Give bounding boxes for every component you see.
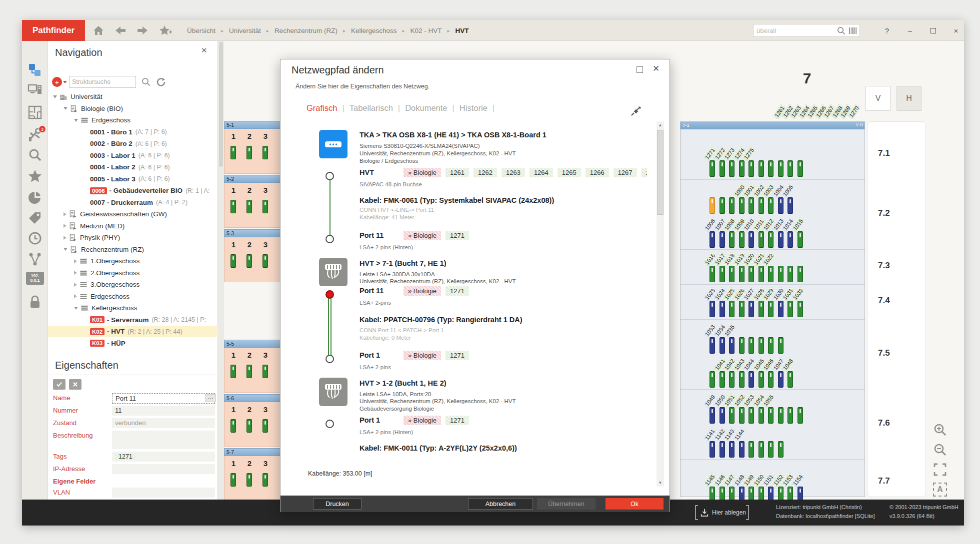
rack-port-connector[interactable] <box>230 146 236 159</box>
tree-item[interactable]: 0003 - Labor 1(A: 6 | P: 6) <box>48 150 218 161</box>
port[interactable]: 1041 <box>718 356 728 389</box>
rail-item-tags[interactable] <box>28 210 42 225</box>
rack-port-connector[interactable] <box>230 473 236 487</box>
rail-item-history[interactable] <box>28 231 42 246</box>
rack-port-connector[interactable] <box>262 254 268 268</box>
tree-item[interactable]: K01- Serverraum(R: 28 | A: 2145 | P: <box>48 314 218 326</box>
port[interactable] <box>708 356 718 389</box>
port[interactable]: 1004 <box>776 182 786 215</box>
refresh-icon[interactable] <box>156 77 166 87</box>
port[interactable]: 1030 <box>776 285 786 318</box>
view-horizontal-button[interactable]: H <box>896 86 922 111</box>
port[interactable]: 1031 <box>786 285 796 318</box>
text-tool-icon[interactable]: A <box>933 483 947 497</box>
property-value[interactable]: 1271 <box>112 452 215 462</box>
expander-closed-icon[interactable] <box>74 271 77 275</box>
port[interactable]: 1025 <box>727 285 737 318</box>
tree-item[interactable]: Biologie (BIO) <box>48 103 218 114</box>
rack-port-connector[interactable] <box>262 200 268 213</box>
port[interactable]: 1005 <box>786 182 796 215</box>
port[interactable]: 1010 <box>746 216 756 249</box>
port[interactable] <box>776 145 786 178</box>
port[interactable] <box>756 426 766 459</box>
tab-grafisch[interactable]: Grafisch <box>306 103 337 112</box>
port[interactable]: 1052 <box>737 392 747 425</box>
port[interactable]: 1043 <box>737 356 747 389</box>
patch-pin-icon[interactable] <box>630 105 642 117</box>
tree-item[interactable]: 0004 - Labor 2(A: 6 | P: 6) <box>48 161 218 173</box>
rack-port-connector[interactable] <box>262 365 268 378</box>
rail-item-reports[interactable] <box>28 190 42 205</box>
rack-module-5-1[interactable]: 5-1123 <box>224 121 281 174</box>
port[interactable]: 1046 <box>766 356 776 389</box>
port[interactable]: 1011 <box>756 216 766 249</box>
rack-module-5-3[interactable]: 5-3123 <box>224 229 281 282</box>
tree-item[interactable]: 0005 - Labor 3(A: 6 | P: 6) <box>48 173 218 185</box>
tab-historie[interactable]: Historie <box>460 103 488 112</box>
navigation-close-icon[interactable]: ✕ <box>201 46 208 55</box>
back-icon[interactable] <box>114 24 127 36</box>
port[interactable]: 1044 <box>746 356 756 389</box>
tree-item[interactable]: K03- HÜP <box>48 338 218 349</box>
search-icon[interactable] <box>836 26 846 35</box>
port[interactable]: 1049 <box>708 392 718 425</box>
port[interactable] <box>756 322 766 355</box>
port[interactable]: 1029 <box>766 285 776 318</box>
forward-icon[interactable] <box>136 24 149 36</box>
rack-port-connector[interactable] <box>230 365 236 378</box>
port[interactable] <box>718 182 728 215</box>
cancel-button[interactable]: Abbrechen <box>468 498 533 510</box>
rail-item-structure-tree[interactable] <box>28 62 42 77</box>
rail-item-favorites[interactable] <box>28 169 42 184</box>
rack-port-connector[interactable] <box>246 254 252 268</box>
port[interactable]: 1053 <box>746 392 756 425</box>
port[interactable] <box>796 145 806 178</box>
port[interactable] <box>708 182 718 215</box>
port-node-icon[interactable] <box>326 172 334 180</box>
zoom-in-icon[interactable] <box>933 423 947 437</box>
rail-item-devices[interactable] <box>28 82 42 97</box>
port[interactable]: 1033 <box>708 322 718 355</box>
rack-port-connector[interactable] <box>246 419 252 433</box>
port-node-connected-icon[interactable] <box>326 290 334 299</box>
port[interactable]: 1143 <box>727 426 737 459</box>
expander-closed-icon[interactable] <box>74 259 77 263</box>
tree-item[interactable]: 0006- Gebäudeverteiler BIO(R: 1 | A: <box>48 185 218 196</box>
port[interactable]: 1003 <box>766 182 776 215</box>
rail-item-tasks[interactable]: 3 <box>28 128 42 143</box>
port[interactable] <box>766 426 776 459</box>
port[interactable] <box>746 322 756 355</box>
tree-item[interactable]: 0002 - Büro 2(A: 6 | P: 6) <box>48 138 218 149</box>
port[interactable]: 1275 <box>746 145 756 178</box>
rack-module-5-2[interactable]: 5-2123 <box>224 175 281 228</box>
rack-port-connector[interactable] <box>230 200 236 213</box>
expander-closed-icon[interactable] <box>74 294 77 298</box>
rack-port-connector[interactable] <box>262 473 268 487</box>
port[interactable]: 1023 <box>708 285 718 318</box>
port[interactable] <box>776 322 786 355</box>
ok-button[interactable]: Ok <box>606 498 664 510</box>
main-vertical-scrollbar[interactable] <box>218 41 224 500</box>
rack-port-connector[interactable] <box>246 200 252 213</box>
dialog-maximize-icon[interactable] <box>636 66 643 73</box>
fit-view-icon[interactable] <box>933 463 947 477</box>
port[interactable]: 1022 <box>766 250 776 283</box>
breadcrumb-item[interactable]: Universität <box>229 27 261 34</box>
port[interactable]: 1024 <box>718 285 728 318</box>
global-search-input[interactable] <box>754 24 834 36</box>
tree-item[interactable]: 0007 - Druckerraum(A: 4 | P: 2) <box>48 197 218 208</box>
port[interactable] <box>786 392 796 425</box>
rack-module-5-7[interactable]: 5-7123 <box>224 448 281 501</box>
port[interactable]: 1026 <box>737 285 747 318</box>
distribution-panel-7-1[interactable]: 7-1 V H 12711272127312741275100010011002… <box>680 121 865 497</box>
tree-item[interactable]: Physik (PHY) <box>48 232 218 243</box>
port[interactable]: 1142 <box>718 426 728 459</box>
port[interactable]: 1001 <box>746 182 756 215</box>
rail-item-lock[interactable] <box>28 295 42 310</box>
close-button[interactable]: × <box>947 20 965 41</box>
tree-item[interactable]: Geisteswissenschaften (GW) <box>48 208 218 220</box>
port[interactable]: 1273 <box>727 145 737 178</box>
rack-port-connector[interactable] <box>230 254 236 268</box>
port[interactable]: 1144 <box>737 426 747 459</box>
expander-closed-icon[interactable] <box>64 212 66 216</box>
